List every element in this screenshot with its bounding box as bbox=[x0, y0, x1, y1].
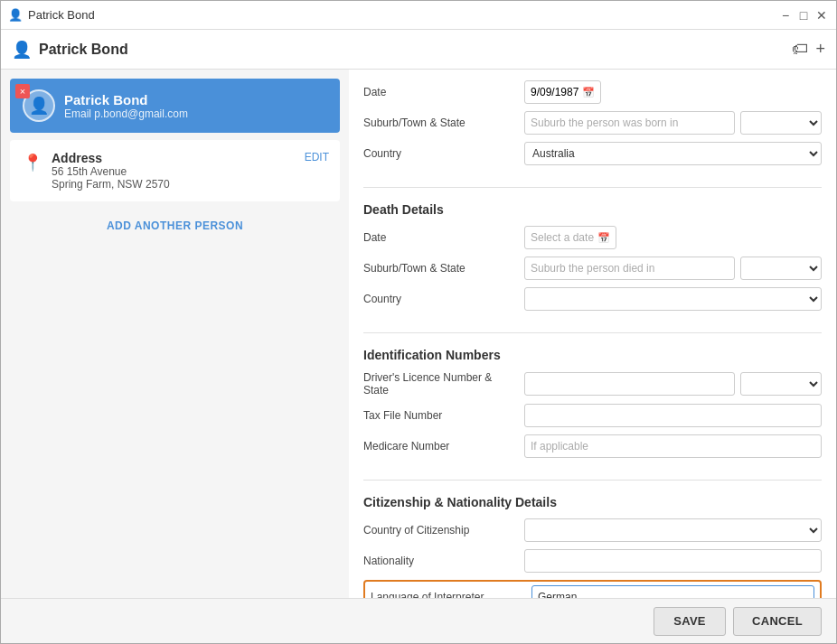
main-window: 👤 Patrick Bond − □ ✕ 👤 Patrick Bond 🏷 + … bbox=[0, 0, 837, 644]
interpreter-controls bbox=[531, 585, 814, 598]
death-calendar-icon[interactable]: 📅 bbox=[597, 232, 610, 244]
address-card: 📍 Address 56 15th Avenue Spring Farm, NS… bbox=[10, 140, 340, 201]
right-panel: Date 9/09/1987 📅 Suburb/Town & State bbox=[349, 70, 836, 598]
person-icon: 👤 bbox=[8, 8, 23, 22]
medicare-controls bbox=[524, 434, 822, 458]
death-suburb-label: Suburb/Town & State bbox=[363, 262, 517, 275]
death-date-row: Date Select a date 📅 bbox=[363, 226, 822, 249]
tax-label: Tax File Number bbox=[363, 409, 517, 422]
nationality-controls bbox=[524, 549, 822, 573]
death-country-controls bbox=[524, 287, 822, 311]
birth-date-label: Date bbox=[363, 86, 517, 98]
death-suburb-input[interactable] bbox=[524, 257, 735, 280]
address-line2: Spring Farm, NSW 2570 bbox=[52, 178, 327, 191]
address-line1: 56 15th Avenue bbox=[52, 165, 327, 178]
header-bar: 👤 Patrick Bond 🏷 + bbox=[1, 30, 836, 70]
birth-country-row: Country Australia bbox=[363, 142, 822, 165]
death-country-row: Country bbox=[363, 287, 822, 311]
title-bar: 👤 Patrick Bond − □ ✕ bbox=[1, 1, 836, 30]
birth-calendar-icon[interactable]: 📅 bbox=[582, 87, 595, 98]
add-another-person-button[interactable]: ADD ANOTHER PERSON bbox=[10, 209, 340, 243]
save-button[interactable]: SAVE bbox=[654, 607, 726, 636]
divider-2 bbox=[363, 332, 822, 333]
window-title: Patrick Bond bbox=[28, 8, 95, 22]
divider-3 bbox=[363, 480, 822, 481]
medicare-row: Medicare Number bbox=[363, 434, 822, 458]
interpreter-row: Language of Interpreter bbox=[363, 580, 822, 598]
death-country-label: Country bbox=[363, 293, 517, 305]
nationality-label: Nationality bbox=[363, 555, 517, 567]
edit-address-link[interactable]: EDIT bbox=[305, 151, 329, 163]
birth-date-value: 9/09/1987 bbox=[531, 86, 578, 98]
person-name: Patrick Bond bbox=[64, 92, 188, 107]
close-button[interactable]: ✕ bbox=[814, 8, 829, 23]
death-country-select[interactable] bbox=[524, 287, 822, 311]
title-bar-controls: − □ ✕ bbox=[778, 8, 829, 23]
death-suburb-row: Suburb/Town & State bbox=[363, 257, 822, 280]
add-button[interactable]: + bbox=[815, 40, 825, 59]
death-section: Death Details Date Select a date 📅 Subur… bbox=[363, 191, 822, 329]
death-suburb-controls bbox=[524, 257, 822, 280]
interpreter-input[interactable] bbox=[531, 585, 814, 598]
header-left: 👤 Patrick Bond bbox=[12, 40, 128, 60]
header-right: 🏷 + bbox=[792, 40, 825, 59]
birth-suburb-controls bbox=[524, 111, 822, 135]
birth-suburb-input[interactable] bbox=[524, 111, 735, 135]
drivers-controls bbox=[524, 372, 822, 396]
death-date-wrapper[interactable]: Select a date 📅 bbox=[524, 226, 616, 249]
interpreter-label: Language of Interpreter bbox=[371, 591, 524, 598]
medicare-label: Medicare Number bbox=[363, 440, 517, 453]
citizenship-row: Country of Citizenship bbox=[363, 518, 822, 542]
birth-date-wrapper: 9/09/1987 📅 bbox=[524, 80, 601, 104]
medicare-input[interactable] bbox=[524, 434, 822, 458]
footer: SAVE CANCEL bbox=[1, 598, 836, 643]
left-panel: × 👤 Patrick Bond Email p.bond@gmail.com … bbox=[1, 70, 349, 598]
birth-country-controls: Australia bbox=[524, 142, 822, 165]
header-title: Patrick Bond bbox=[39, 42, 128, 58]
citizenship-label: Country of Citizenship bbox=[363, 524, 517, 537]
death-section-title: Death Details bbox=[363, 202, 822, 217]
person-card-close[interactable]: × bbox=[15, 84, 30, 98]
birth-date-controls: 9/09/1987 📅 bbox=[524, 80, 822, 104]
citizenship-select[interactable] bbox=[524, 518, 822, 542]
birth-section: Date 9/09/1987 📅 Suburb/Town & State bbox=[363, 70, 822, 183]
drivers-number-input[interactable] bbox=[524, 372, 735, 396]
nationality-input[interactable] bbox=[524, 549, 822, 573]
birth-date-row: Date 9/09/1987 📅 bbox=[363, 80, 822, 104]
location-icon: 📍 bbox=[23, 153, 42, 173]
tag-button[interactable]: 🏷 bbox=[792, 40, 808, 59]
person-card: × 👤 Patrick Bond Email p.bond@gmail.com bbox=[10, 79, 340, 133]
death-date-label: Date bbox=[363, 231, 517, 244]
birth-state-select[interactable] bbox=[740, 111, 822, 135]
tax-input[interactable] bbox=[524, 404, 822, 427]
person-email: Email p.bond@gmail.com bbox=[64, 107, 188, 120]
birth-suburb-label: Suburb/Town & State bbox=[363, 117, 517, 129]
person-info: Patrick Bond Email p.bond@gmail.com bbox=[64, 92, 188, 120]
birth-country-label: Country bbox=[363, 147, 517, 160]
title-bar-left: 👤 Patrick Bond bbox=[8, 8, 95, 22]
death-date-placeholder: Select a date bbox=[531, 231, 594, 244]
main-content: × 👤 Patrick Bond Email p.bond@gmail.com … bbox=[1, 70, 836, 598]
death-state-select[interactable] bbox=[740, 257, 822, 280]
restore-button[interactable]: □ bbox=[796, 8, 811, 23]
divider-1 bbox=[363, 187, 822, 188]
citizenship-controls bbox=[524, 518, 822, 542]
tax-controls bbox=[524, 404, 822, 427]
address-content: Address 56 15th Avenue Spring Farm, NSW … bbox=[52, 151, 327, 191]
birth-country-select[interactable]: Australia bbox=[524, 142, 822, 165]
nationality-row: Nationality bbox=[363, 549, 822, 573]
birth-suburb-row: Suburb/Town & State bbox=[363, 111, 822, 135]
identification-section: Identification Numbers Driver's Licence … bbox=[363, 337, 822, 476]
death-date-controls: Select a date 📅 bbox=[524, 226, 822, 249]
drivers-state-select[interactable] bbox=[740, 372, 822, 396]
identification-section-title: Identification Numbers bbox=[363, 348, 822, 362]
citizenship-section: Citizenship & Nationality Details Countr… bbox=[363, 484, 822, 598]
citizenship-section-title: Citizenship & Nationality Details bbox=[363, 495, 822, 509]
drivers-label: Driver's Licence Number & State bbox=[363, 371, 517, 397]
tax-row: Tax File Number bbox=[363, 404, 822, 427]
drivers-row: Driver's Licence Number & State bbox=[363, 371, 822, 397]
header-person-icon: 👤 bbox=[12, 40, 32, 60]
address-title: Address bbox=[52, 151, 327, 165]
cancel-button[interactable]: CANCEL bbox=[733, 607, 822, 636]
minimize-button[interactable]: − bbox=[778, 8, 793, 23]
